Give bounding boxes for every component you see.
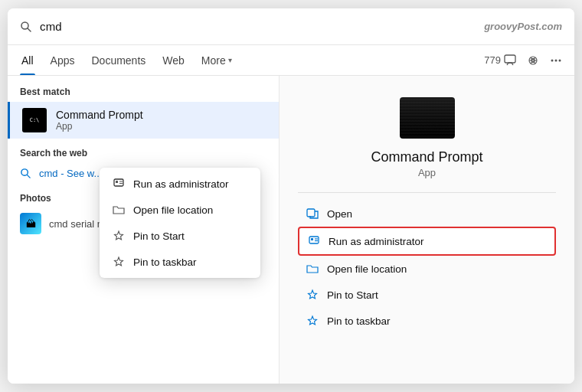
svg-rect-15 [307,209,315,217]
brand-text: groovyPost.com [484,21,562,32]
main-content: Best match Command Prompt App [8,76,574,384]
pin-icon2 [112,255,126,269]
ctx-open-location[interactable]: Open file location [100,197,260,223]
web-search-icon [20,168,31,179]
tab-apps[interactable]: Apps [49,45,77,75]
preview-app-type: App [418,167,436,178]
folder-icon [112,203,126,217]
svg-line-14 [27,175,30,178]
preview-open-label: Open [327,208,352,220]
nav-tabs: All Apps Documents Web More ▾ [20,45,234,75]
ctx-open-location-label: Open file location [133,204,213,216]
preview-run-admin[interactable]: Run as administrator [298,227,556,256]
preview-open-location[interactable]: Open file location [298,256,556,282]
tab-web[interactable]: Web [161,45,186,75]
search-bar: cmd groovyPost.com [8,8,574,45]
ctx-pin-start[interactable]: Pin to Start [100,223,260,249]
preview-open[interactable]: Open [298,201,556,227]
search-web-text: cmd - See w... [39,168,102,179]
preview-run-admin-label: Run as administrator [329,236,424,247]
preview-app-name: Command Prompt [371,149,482,165]
tab-all[interactable]: All [20,45,35,75]
folder-icon2 [306,262,319,276]
preview-open-location-label: Open file location [327,263,407,275]
shield-icon2 [307,234,321,248]
nav-right-icons: 779 [484,54,562,67]
best-match-label: Best match [8,87,279,102]
ctx-run-admin[interactable]: Run as administrator [100,171,260,197]
right-panel: Command Prompt App Open [280,76,574,384]
tab-documents[interactable]: Documents [90,45,147,75]
search-left: cmd [20,20,62,33]
ctx-pin-taskbar-label: Pin to taskbar [133,256,197,268]
more-button[interactable] [550,54,562,67]
photos-icon [20,213,41,234]
ctx-pin-start-label: Pin to Start [133,230,185,242]
app-preview-icon [400,97,455,139]
network-button[interactable] [527,54,539,67]
network-icon [527,54,539,67]
svg-rect-10 [116,181,118,183]
best-match-name: Command Prompt [56,109,143,121]
svg-point-8 [559,59,561,61]
chevron-down-icon: ▾ [228,56,232,64]
search-window: cmd groovyPost.com All Apps Documents We… [8,8,574,384]
svg-line-1 [28,28,31,31]
nav-bar: All Apps Documents Web More ▾ 779 [8,45,574,76]
svg-rect-2 [505,55,515,63]
preview-actions: Open Run as administrator [298,201,556,334]
feedback-count[interactable]: 779 [484,54,516,67]
svg-rect-16 [309,237,319,243]
preview-pin-start[interactable]: Pin to Start [298,282,556,308]
ctx-pin-taskbar[interactable]: Pin to taskbar [100,249,260,275]
feedback-icon [504,54,516,67]
best-match-item[interactable]: Command Prompt App [8,102,279,139]
best-match-info: Command Prompt App [56,109,143,132]
best-match-type: App [56,121,143,132]
pin-start-icon [306,288,319,302]
tab-more[interactable]: More ▾ [200,45,234,75]
preview-pin-taskbar-label: Pin to taskbar [327,315,391,327]
svg-point-6 [551,59,554,61]
open-icon [306,207,319,220]
preview-divider [298,192,556,193]
ellipsis-icon [550,54,562,67]
search-icon [20,21,32,33]
svg-rect-17 [311,238,313,240]
shield-icon [112,177,126,191]
preview-pin-taskbar[interactable]: Pin to taskbar [298,308,556,334]
context-menu: Run as administrator Open file location [100,168,260,278]
search-query[interactable]: cmd [40,20,62,33]
preview-pin-start-label: Pin to Start [327,289,378,301]
ctx-run-admin-label: Run as administrator [133,178,229,190]
cmd-icon [22,108,47,132]
svg-point-7 [555,59,557,61]
pin-icon [112,229,126,243]
search-web-label: Search the web [8,148,279,163]
left-panel: Best match Command Prompt App [8,76,280,384]
pin-taskbar-icon [306,314,319,328]
svg-rect-9 [114,179,123,186]
